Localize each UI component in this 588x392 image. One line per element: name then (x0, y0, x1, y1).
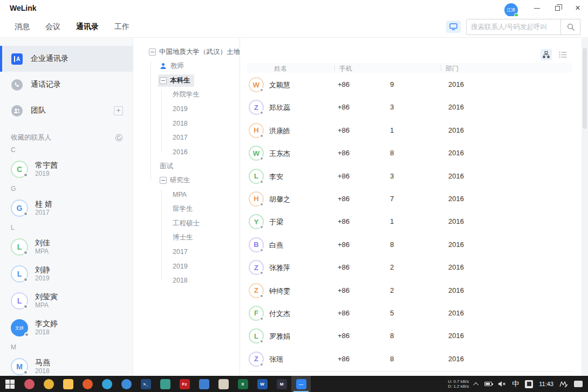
call-screen-icon[interactable] (446, 20, 461, 33)
taskbar-app-word[interactable]: W (252, 376, 272, 392)
add-team-button[interactable]: + (114, 106, 123, 115)
table-row[interactable]: Z钟绮雯+8622016 (248, 279, 572, 302)
table-row[interactable]: B白燕+8682016 (248, 233, 572, 256)
contact-avatar: M (11, 358, 28, 375)
column-header-dept: 部门 (446, 64, 459, 73)
search-button[interactable] (560, 19, 580, 35)
table-row[interactable]: Z张雅萍+8622016 (248, 256, 572, 279)
favorite-contact[interactable]: C常宇茜2019 (11, 156, 133, 183)
search-input[interactable] (467, 19, 560, 35)
show-hidden-icons-chevron[interactable] (473, 382, 478, 387)
scrollbar-thumb[interactable] (583, 48, 587, 129)
tree-node[interactable]: 面试 (133, 159, 240, 174)
tab-1[interactable]: 消息 (15, 22, 30, 32)
battery-icon[interactable] (484, 382, 492, 386)
taskbar-app-app-yellow[interactable] (39, 376, 58, 392)
sidebar-item-corporate-directory[interactable]: A 企业通讯录 (0, 46, 133, 72)
tree-node-inner: 本科生 (158, 74, 194, 87)
tree-node[interactable]: 教师 (133, 59, 240, 74)
tree-node[interactable]: MPA (133, 188, 240, 202)
volume-muted-icon[interactable] (498, 381, 506, 387)
group-letter: C (11, 144, 133, 156)
taskbar-app-app-pink[interactable] (19, 376, 39, 392)
tree-node[interactable]: 2017 (133, 245, 240, 259)
taskbar-app-excel[interactable]: X (233, 376, 252, 392)
table-row[interactable]: Z郑欣蕊+8632016 (248, 96, 572, 119)
tree-node[interactable]: 本科生 (133, 73, 240, 88)
taskbar-app-edge-browser[interactable] (97, 376, 117, 392)
offline-status-dot (259, 134, 264, 138)
table-row[interactable]: H洪康皓+8612016 (248, 119, 572, 142)
taskbar-app-app-orange[interactable] (78, 376, 97, 392)
sidebar-item-label: 团队 (31, 106, 46, 115)
action-center-icon[interactable] (574, 381, 583, 387)
table-row[interactable]: L李安+8632016 (248, 165, 572, 188)
contact-name: 李文婷 (35, 319, 58, 328)
ime-mode-icon[interactable] (525, 380, 533, 388)
taskbar-app-marktext[interactable]: M (272, 376, 291, 392)
favorite-contact[interactable]: L刘佳MPA (11, 233, 133, 260)
table-row[interactable]: W文颖慧+8692016 (248, 73, 572, 96)
avatar-initial: Y (254, 218, 259, 226)
taskbar-app-gis-app[interactable] (155, 376, 175, 392)
tree-node[interactable]: 2018 (133, 273, 240, 288)
tree-node[interactable]: 2019 (133, 259, 240, 274)
tree-node[interactable]: 2019 (133, 102, 240, 116)
tab-2[interactable]: 会议 (45, 22, 60, 32)
tab-4[interactable]: 工作 (114, 22, 129, 32)
tree-node[interactable]: 外院学生 (133, 88, 240, 102)
pen-icon[interactable] (559, 381, 568, 388)
table-row[interactable]: F付文杰+8652016 (248, 302, 572, 325)
user-avatar[interactable]: 江涛 (504, 3, 518, 17)
table-row[interactable]: L罗雅娟+8682016 (248, 325, 572, 347)
taskbar-app-welink[interactable]: — (291, 376, 311, 392)
ime-indicator[interactable]: 中 (512, 379, 519, 389)
taskbar-app-search-tool[interactable] (117, 376, 136, 392)
tree-node[interactable]: 工程硕士 (133, 216, 240, 231)
tree-node[interactable]: 博士生 (133, 231, 240, 245)
taskbar-app-app-beige[interactable] (214, 376, 233, 392)
favorite-contact[interactable]: 文婷李文婷2018 (11, 314, 133, 341)
favorite-contact[interactable]: M马燕2018 (11, 353, 133, 376)
table-row[interactable]: H胡馨之+8672016 (248, 188, 572, 210)
minimize-button[interactable] (527, 1, 547, 16)
tree-node[interactable]: 留学生 (133, 202, 240, 217)
taskbar-app-file-explorer[interactable] (58, 376, 78, 392)
tree-node[interactable]: 中国地质大学（武汉）土地... (133, 45, 240, 59)
tab-3[interactable]: 通讯录 (76, 22, 99, 32)
contact-name: 桂 婧 (35, 200, 52, 209)
sidebar-item-call-history[interactable]: 通话记录 (0, 72, 133, 98)
close-button[interactable]: × (568, 1, 588, 16)
tree-node[interactable]: 2018 (133, 116, 240, 131)
offline-status-dot (23, 277, 28, 282)
collapse-icon[interactable] (160, 177, 167, 184)
favorite-contact[interactable]: L刘静2019 (11, 260, 133, 287)
collapse-icon[interactable] (160, 77, 167, 84)
contact-name: 刘静 (35, 265, 50, 274)
welink-icon: — (296, 379, 306, 389)
cell-name: 罗雅娟 (269, 332, 290, 341)
tree-node[interactable]: 2016 (133, 145, 240, 160)
clock[interactable]: 11:43 (539, 381, 553, 387)
sidebar-item-teams[interactable]: 团队 + (0, 98, 133, 123)
taskbar-app-filezilla[interactable]: Fz (175, 376, 194, 392)
table-row[interactable]: Y于梁+8612016 (248, 210, 572, 233)
taskbar-app-powershell[interactable]: >_ (136, 376, 155, 392)
scrollbar[interactable] (582, 38, 588, 376)
tree-node[interactable]: 2017 (133, 130, 240, 145)
favorite-contact[interactable]: G桂 婧2017 (11, 195, 133, 222)
refresh-icon[interactable] (115, 134, 123, 142)
collapse-icon[interactable] (149, 49, 156, 56)
list-view-toggle[interactable] (557, 49, 569, 60)
org-view-toggle[interactable] (541, 49, 552, 60)
favorite-contact[interactable]: L刘莹寅MPA (11, 287, 133, 314)
org-chart-icon (542, 51, 550, 59)
tree-node-inner: MPA (171, 189, 190, 200)
cell-phone-last-digit: 7 (390, 195, 394, 203)
table-row[interactable]: W王东杰+8682016 (248, 142, 572, 164)
restore-button[interactable] (547, 1, 568, 16)
tree-node[interactable]: 研究生 (133, 174, 240, 188)
taskbar-app-photos[interactable] (194, 376, 214, 392)
taskbar-app-start[interactable] (0, 376, 19, 392)
table-row[interactable]: Z张瑶+8682016 (248, 348, 572, 370)
